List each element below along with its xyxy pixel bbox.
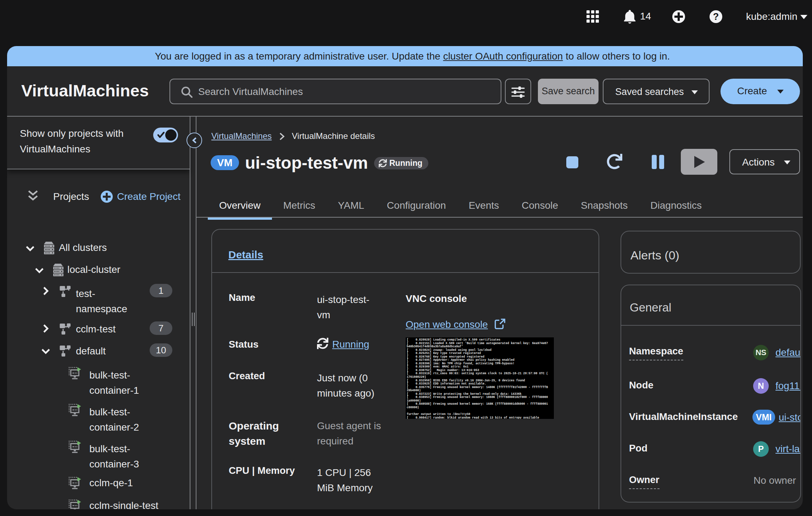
svg-text:?: ?: [713, 11, 719, 22]
